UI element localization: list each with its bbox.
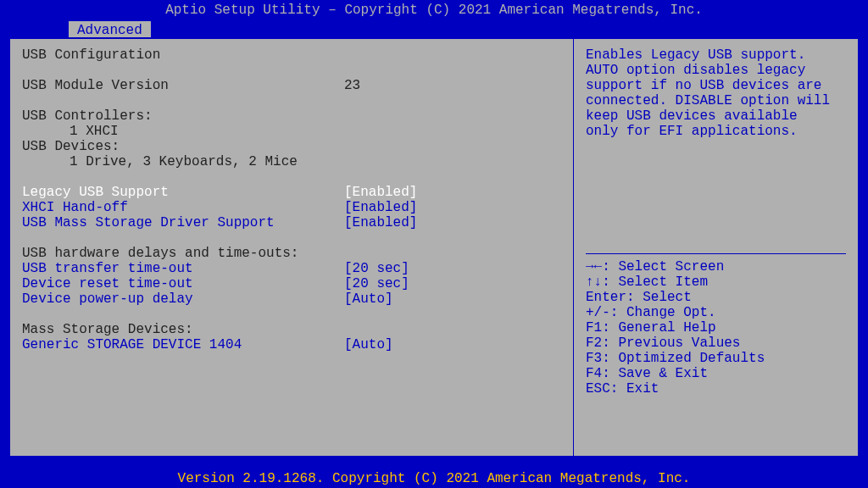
option-reset-timeout[interactable]: Device reset time-out [20 sec] <box>22 276 561 291</box>
option-value: [Enabled] <box>344 200 561 215</box>
option-label: USB Mass Storage Driver Support <box>22 215 344 230</box>
delays-label: USB hardware delays and time-outs: <box>22 246 344 261</box>
key-esc: ESC: Exit <box>586 381 659 396</box>
module-version-value: 23 <box>344 78 561 93</box>
option-powerup-delay[interactable]: Device power-up delay [Auto] <box>22 291 561 307</box>
option-label: Device power-up delay <box>22 291 344 307</box>
help-pane: Enables Legacy USB support. AUTO option … <box>574 39 858 456</box>
title-bar: Aptio Setup Utility – Copyright (C) 2021… <box>0 0 868 20</box>
option-value: [Auto] <box>344 337 561 352</box>
tab-row: Advanced <box>0 20 868 39</box>
option-value: [Enabled] <box>344 185 561 200</box>
mass-storage-label: Mass Storage Devices: <box>22 322 344 337</box>
option-value: [Auto] <box>344 291 561 307</box>
devices-label: USB Devices: <box>22 139 344 154</box>
key-select-item: ↑↓: Select Item <box>586 274 708 290</box>
help-line: AUTO option disables legacy <box>586 63 805 78</box>
settings-pane: USB Configuration USB Module Version 23 … <box>10 39 574 456</box>
option-xhci-handoff[interactable]: XHCI Hand-off [Enabled] <box>22 200 561 215</box>
option-storage-device[interactable]: Generic STORAGE DEVICE 1404 [Auto] <box>22 337 561 352</box>
help-line: only for EFI applications. <box>586 124 798 139</box>
option-label: XHCI Hand-off <box>22 200 344 215</box>
controllers-value: 1 XHCI <box>70 124 119 139</box>
key-change: +/-: Change Opt. <box>586 305 716 320</box>
option-label: Generic STORAGE DEVICE 1404 <box>22 337 344 352</box>
divider <box>586 253 846 254</box>
key-f1: F1: General Help <box>586 320 716 336</box>
help-line: connected. DISABLE option will <box>586 93 830 108</box>
option-value: [Enabled] <box>344 215 561 230</box>
option-label: Legacy USB Support <box>22 185 344 200</box>
main-frame: USB Configuration USB Module Version 23 … <box>8 37 860 458</box>
option-value: [20 sec] <box>344 276 561 291</box>
option-label: USB transfer time-out <box>22 261 344 276</box>
title-text: Aptio Setup Utility – Copyright (C) 2021… <box>165 3 703 18</box>
key-f3: F3: Optimized Defaults <box>586 351 765 366</box>
footer-text: Version 2.19.1268. Copyright (C) 2021 Am… <box>178 471 691 486</box>
option-transfer-timeout[interactable]: USB transfer time-out [20 sec] <box>22 261 561 276</box>
controllers-label: USB Controllers: <box>22 108 344 124</box>
section-title: USB Configuration <box>22 47 344 63</box>
option-mass-storage-driver[interactable]: USB Mass Storage Driver Support [Enabled… <box>22 215 561 230</box>
key-enter: Enter: Select <box>586 290 692 305</box>
option-value: [20 sec] <box>344 261 561 276</box>
help-line: support if no USB devices are <box>586 78 821 93</box>
footer-bar: Version 2.19.1268. Copyright (C) 2021 Am… <box>0 469 868 488</box>
option-legacy-usb[interactable]: Legacy USB Support [Enabled] <box>22 185 561 200</box>
key-legend: →←: Select Screen ↑↓: Select Item Enter:… <box>586 259 846 396</box>
help-line: keep USB devices available <box>586 108 798 124</box>
help-text: Enables Legacy USB support. AUTO option … <box>586 47 846 139</box>
help-line: Enables Legacy USB support. <box>586 47 805 63</box>
key-f4: F4: Save & Exit <box>586 366 708 381</box>
module-version-label: USB Module Version <box>22 78 344 93</box>
key-f2: F2: Previous Values <box>586 336 740 351</box>
key-select-screen: →←: Select Screen <box>586 259 724 274</box>
option-label: Device reset time-out <box>22 276 344 291</box>
devices-value: 1 Drive, 3 Keyboards, 2 Mice <box>70 154 298 169</box>
tab-label: Advanced <box>77 23 142 38</box>
